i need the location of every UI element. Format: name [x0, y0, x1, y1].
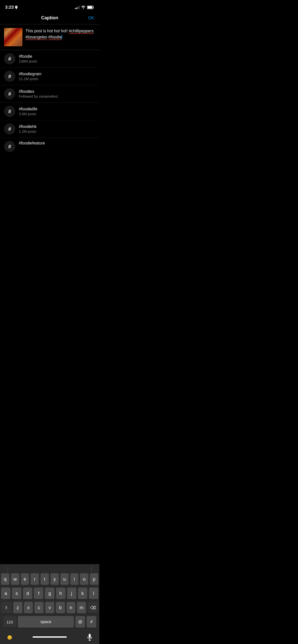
suggestion-info-6: #foodiefeature: [19, 141, 95, 146]
suggestion-meta: 1.2M posts: [19, 129, 95, 134]
suggestion-item[interactable]: # #foodiehk 1.2M posts: [0, 120, 99, 138]
hashtag-icon-5: #: [4, 123, 15, 135]
hashtag-icon-2: #: [4, 71, 15, 82]
suggestion-item[interactable]: # #foodiegram 11.1M posts: [0, 68, 99, 85]
status-bar: 3:23: [0, 0, 99, 13]
hashtag-losangeles: #losangeles: [25, 35, 47, 39]
text-cursor: [62, 35, 62, 39]
hashtag-icon-3: #: [4, 88, 15, 99]
suggestion-name: #foodiefeature: [19, 141, 95, 145]
suggestion-info-5: #foodiehk 1.2M posts: [19, 124, 95, 134]
caption-area: This post is hot hot hot! #chillipeppers…: [0, 24, 99, 50]
suggestion-info-2: #foodiegram 11.1M posts: [19, 72, 95, 81]
status-icons: [75, 6, 94, 9]
location-icon: [15, 6, 18, 9]
suggestion-item-partial[interactable]: # #foodiefeature: [0, 138, 99, 155]
wifi-icon: [81, 6, 86, 9]
svg-point-0: [83, 8, 84, 9]
hashtag-icon-4: #: [4, 106, 15, 117]
status-time: 3:23: [5, 5, 18, 10]
suggestions-list: # #foodie 238M posts # #foodiegram 11.1M…: [0, 50, 99, 155]
suggestion-meta: 11.1M posts: [19, 77, 95, 81]
suggestion-name: #foodielife: [19, 107, 95, 111]
suggestion-name: #foodiegram: [19, 72, 95, 76]
post-thumbnail: [4, 28, 22, 46]
time-display: 3:23: [5, 5, 14, 10]
suggestion-info-1: #foodie 238M posts: [19, 54, 95, 63]
suggestion-item[interactable]: # #foodies Followed by vanwinefest: [0, 85, 99, 103]
svg-rect-2: [88, 6, 92, 9]
battery-icon: [87, 6, 94, 9]
ok-button[interactable]: OK: [84, 16, 94, 21]
nav-header: Caption OK: [0, 13, 99, 24]
hashtag-icon-6: #: [4, 141, 15, 152]
suggestion-item[interactable]: # #foodie 238M posts: [0, 50, 99, 68]
page-title: Caption: [15, 15, 84, 21]
suggestion-meta: Followed by vanwinefest: [19, 94, 95, 98]
suggestion-meta: 238M posts: [19, 59, 95, 63]
suggestion-meta: 3.6M posts: [19, 112, 95, 116]
suggestion-name: #foodie: [19, 54, 95, 59]
suggestion-info-3: #foodies Followed by vanwinefest: [19, 89, 95, 98]
hashtag-chillipeppers: #chillipeppers: [69, 29, 94, 33]
caption-input[interactable]: This post is hot hot hot! #chillipeppers…: [25, 28, 95, 40]
suggestion-name: #foodies: [19, 89, 95, 94]
hashtag-foodie: #foodie: [48, 35, 62, 39]
hashtag-icon-1: #: [4, 53, 15, 64]
suggestion-item[interactable]: # #foodielife 3.6M posts: [0, 103, 99, 120]
suggestion-info-4: #foodielife 3.6M posts: [19, 107, 95, 116]
signal-icon: [75, 6, 79, 9]
suggestion-name: #foodiehk: [19, 124, 95, 129]
